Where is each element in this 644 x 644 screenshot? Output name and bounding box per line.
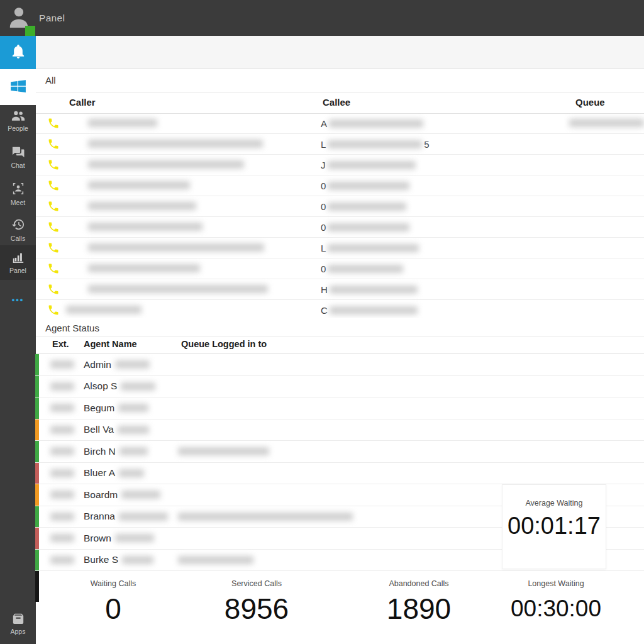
- sidebar-item-calls[interactable]: Calls: [0, 218, 36, 242]
- panel-app: Panel People Chat: [0, 0, 644, 644]
- serviced-calls-tile: Serviced Calls 8956: [181, 579, 332, 626]
- callee-text-prefix: 0: [321, 201, 326, 212]
- callee-redacted-text: [328, 265, 403, 273]
- callee-redacted-text: [328, 182, 409, 190]
- sidebar-item-chat[interactable]: Chat: [0, 146, 36, 169]
- callee-text-prefix: A: [321, 118, 327, 129]
- callee-text-prefix: L: [321, 139, 326, 150]
- callee-text-prefix: 0: [321, 180, 326, 191]
- agent-name-prefix: Brown: [84, 533, 111, 544]
- sidebar-item-dashboard[interactable]: [0, 69, 36, 105]
- ext-column-header: Ext.: [52, 339, 69, 349]
- callee-column-header: Callee: [323, 97, 350, 108]
- agent-row[interactable]: Bluer A: [35, 463, 644, 485]
- calls-table-body: A L 5: [36, 113, 644, 318]
- callee-redacted-text: [328, 140, 422, 148]
- call-row[interactable]: H: [36, 279, 644, 300]
- agent-name-prefix: Bell Va: [84, 424, 114, 435]
- caller-redacted-text: [66, 306, 142, 314]
- agent-name-prefix: Burke S: [84, 554, 118, 565]
- agent-name-redacted: [121, 382, 155, 391]
- agent-status-bar: [35, 484, 39, 506]
- agent-name-cell: Admin: [84, 354, 150, 375]
- average-waiting-value: 00:01:17: [502, 513, 606, 540]
- average-waiting-label: Average Waiting: [502, 499, 606, 508]
- sidebar-item-label: Panel: [9, 267, 26, 274]
- callee-text-suffix: 5: [424, 139, 429, 150]
- callee-text-prefix: H: [321, 284, 328, 295]
- ext-redacted-text: [50, 426, 74, 434]
- agent-table-header: Ext. Agent Name Queue Logged in to: [36, 336, 644, 354]
- callee-redacted-text: [330, 286, 418, 294]
- call-row[interactable]: J: [36, 155, 644, 175]
- agent-status-bar: [35, 550, 39, 571]
- call-row[interactable]: A: [36, 113, 644, 134]
- phone-icon: [47, 242, 60, 257]
- sidebar-item-meet[interactable]: Meet: [0, 182, 36, 206]
- call-row[interactable]: 0: [36, 175, 644, 196]
- sidebar-item-notifications[interactable]: [0, 36, 36, 69]
- callee-redacted-text: [328, 203, 406, 211]
- agent-name-cell: Bell Va: [84, 419, 149, 441]
- ext-redacted-text: [50, 447, 74, 455]
- agent-name-cell: Alsop S: [84, 376, 155, 397]
- serviced-calls-value: 8956: [181, 592, 332, 626]
- waiting-calls-value: 0: [38, 592, 189, 626]
- call-row[interactable]: L 5: [36, 134, 644, 155]
- agent-name-prefix: Birch N: [84, 446, 116, 457]
- sidebar-nav: People Chat Meet Calls: [0, 105, 36, 644]
- windows-icon: [10, 78, 26, 97]
- agent-status-section: Agent Status Ext. Agent Name Queue Logge…: [36, 318, 644, 354]
- caller-redacted-text: [88, 264, 200, 272]
- longest-waiting-label: Longest Waiting: [480, 579, 631, 588]
- ext-redacted-text: [50, 469, 74, 477]
- agent-row[interactable]: Admin: [35, 354, 644, 376]
- sidebar-item-people[interactable]: People: [0, 110, 36, 132]
- phone-icon: [47, 117, 60, 132]
- agent-name-column-header: Agent Name: [84, 339, 137, 349]
- sidebar-item-label: Meet: [11, 199, 25, 206]
- queue-column-header: Queue: [575, 97, 605, 108]
- agent-name-prefix: Admin: [84, 359, 111, 370]
- call-row[interactable]: L: [36, 238, 644, 258]
- caller-redacted-text: [88, 160, 244, 169]
- sidebar-item-panel[interactable]: Panel: [0, 245, 36, 280]
- call-row[interactable]: 0: [36, 217, 644, 238]
- agent-row[interactable]: Begum: [35, 397, 644, 419]
- sidebar-more-button[interactable]: •••: [0, 295, 36, 304]
- ext-redacted-text: [50, 513, 74, 521]
- sidebar-item-label: People: [8, 125, 28, 132]
- bar-chart-icon: [11, 251, 25, 265]
- callee-text-prefix: C: [321, 305, 328, 316]
- agent-name-cell: Branna: [84, 506, 168, 528]
- caller-redacted-text: [88, 140, 263, 148]
- chat-icon: [11, 146, 25, 160]
- agent-status-bar: [35, 354, 39, 375]
- queue-logged-column-header: Queue Logged in to: [181, 339, 267, 349]
- agent-name-cell: Bluer A: [84, 463, 144, 484]
- queue-logged-redacted: [178, 513, 353, 521]
- agent-name-cell: Boardm: [84, 484, 160, 506]
- average-waiting-card: Average Waiting 00:01:17: [502, 484, 606, 569]
- callee-cell: 0: [321, 175, 411, 196]
- phone-icon: [47, 304, 60, 318]
- agent-row[interactable]: Birch N: [35, 441, 644, 463]
- waiting-calls-label: Waiting Calls: [38, 579, 189, 588]
- call-row[interactable]: C: [36, 300, 644, 318]
- agent-name-cell: Birch N: [84, 441, 148, 462]
- agent-status-bar: [35, 528, 39, 549]
- call-row[interactable]: 0: [36, 196, 644, 217]
- agent-name-redacted: [119, 469, 144, 477]
- caller-redacted-text: [88, 243, 264, 252]
- abandoned-calls-tile: Abandoned Calls 1890: [343, 579, 494, 626]
- agent-row[interactable]: Bell Va: [35, 419, 644, 441]
- agent-name-redacted: [115, 534, 154, 542]
- ext-redacted-text: [50, 491, 74, 499]
- longest-waiting-value: 00:30:00: [480, 596, 631, 622]
- waiting-calls-tile: Waiting Calls 0: [38, 579, 189, 626]
- agent-row[interactable]: Alsop S: [35, 376, 644, 398]
- callee-cell: 0: [321, 196, 408, 216]
- call-row[interactable]: 0: [36, 258, 644, 279]
- queue-logged-redacted: [178, 447, 269, 455]
- sidebar-item-label: Chat: [11, 162, 25, 169]
